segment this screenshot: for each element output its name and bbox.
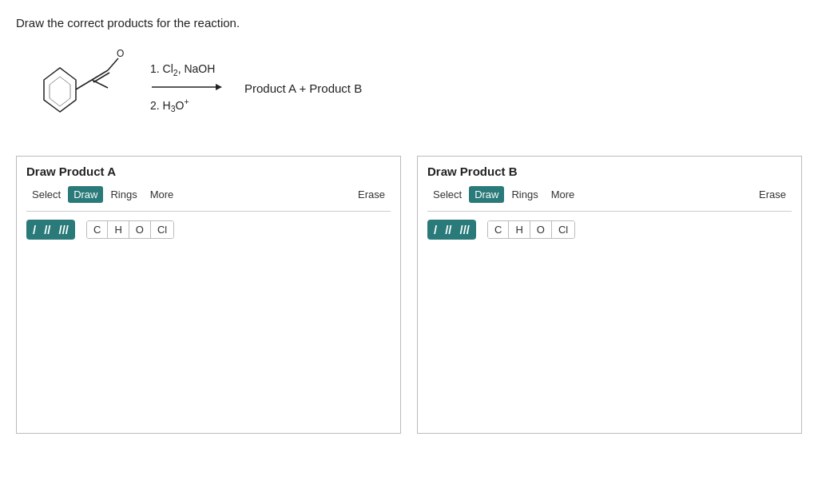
atom-cl-btn-a[interactable]: Cl (151, 221, 173, 238)
svg-text:O: O (117, 48, 124, 59)
panel-b-title: Draw Product B (427, 165, 792, 178)
single-bond-btn-a[interactable]: / (29, 221, 40, 238)
svg-line-5 (108, 58, 118, 70)
double-bond-btn-a[interactable]: // (40, 221, 54, 238)
draw-canvas-b[interactable] (427, 240, 792, 423)
atom-group-b: C H O Cl (487, 220, 575, 239)
more-btn-b[interactable]: More (546, 186, 581, 203)
triple-bond-btn-b[interactable]: /// (456, 221, 475, 238)
reactant-molecule: O (24, 44, 136, 132)
draw-panels: Draw Product A Select Draw Rings More Er… (16, 156, 802, 434)
toolbar-b: Select Draw Rings More Erase (427, 186, 792, 212)
bond-group-b: / // /// (427, 220, 476, 240)
double-bond-btn-b[interactable]: // (441, 221, 455, 238)
draw-canvas-a[interactable] (26, 240, 391, 423)
single-bond-btn-b[interactable]: / (430, 221, 441, 238)
instruction-text: Draw the correct products for the reacti… (16, 16, 802, 30)
bond-group-a: / // /// (26, 220, 75, 240)
draw-btn-b[interactable]: Draw (469, 186, 504, 203)
reaction-conditions: 1. Cl2, NaOH 2. H3O+ (150, 62, 222, 113)
atom-group-a: C H O Cl (86, 220, 174, 239)
select-btn-b[interactable]: Select (427, 186, 467, 203)
more-btn-a[interactable]: More (145, 186, 180, 203)
select-btn-a[interactable]: Select (26, 186, 66, 203)
draw-panel-b: Draw Product B Select Draw Rings More Er… (417, 156, 802, 434)
svg-marker-9 (216, 84, 222, 90)
draw-btn-a[interactable]: Draw (68, 186, 103, 203)
rings-btn-a[interactable]: Rings (105, 186, 142, 203)
reaction-area: O 1. Cl2, NaOH 2. H3O+ Product A + Produ… (16, 44, 802, 132)
erase-btn-b[interactable]: Erase (753, 186, 792, 203)
products-label: Product A + Product B (244, 81, 362, 95)
draw-panel-a: Draw Product A Select Draw Rings More Er… (16, 156, 401, 434)
atom-cl-btn-b[interactable]: Cl (552, 221, 574, 238)
erase-btn-a[interactable]: Erase (352, 186, 391, 203)
svg-line-7 (92, 80, 108, 88)
atom-c-btn-a[interactable]: C (87, 221, 108, 238)
atom-o-btn-a[interactable]: O (129, 221, 151, 238)
step1-label: 1. Cl2, NaOH (150, 62, 215, 77)
svg-marker-0 (44, 68, 76, 112)
atom-h-btn-b[interactable]: H (509, 221, 530, 238)
tools-row-b: / // /// C H O Cl (427, 220, 792, 240)
rings-btn-b[interactable]: Rings (506, 186, 543, 203)
triple-bond-btn-a[interactable]: /// (55, 221, 73, 238)
atom-o-btn-b[interactable]: O (530, 221, 552, 238)
panel-a-title: Draw Product A (26, 165, 391, 178)
atom-h-btn-a[interactable]: H (108, 221, 129, 238)
svg-marker-1 (50, 77, 70, 106)
toolbar-a: Select Draw Rings More Erase (26, 186, 391, 212)
atom-c-btn-b[interactable]: C (488, 221, 509, 238)
step2-label: 2. H3O+ (150, 97, 189, 113)
svg-line-2 (76, 80, 92, 89)
reaction-arrow (150, 81, 222, 93)
tools-row-a: / // /// C H O Cl (26, 220, 391, 240)
